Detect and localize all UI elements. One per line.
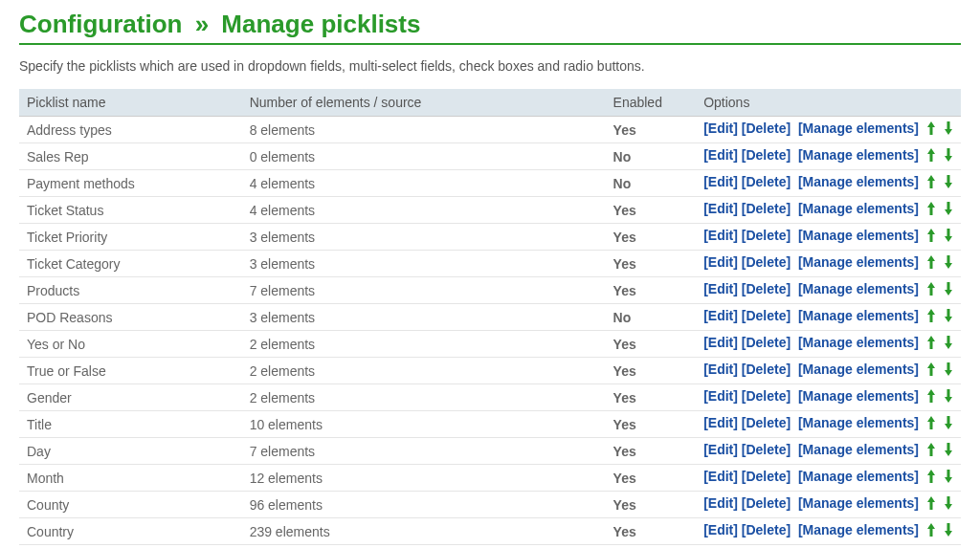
move-up-icon[interactable] bbox=[926, 147, 936, 165]
manage-elements-link[interactable]: [Manage elements] bbox=[798, 228, 919, 243]
move-up-icon[interactable] bbox=[926, 415, 936, 433]
move-up-icon[interactable] bbox=[926, 362, 936, 380]
cell-elements: 4 elements bbox=[242, 197, 606, 224]
edit-link[interactable]: [Edit] bbox=[703, 415, 738, 430]
move-up-icon[interactable] bbox=[926, 522, 936, 540]
page-title: Configuration » Manage picklists bbox=[19, 10, 961, 45]
cell-elements: 9 elements bbox=[242, 545, 606, 549]
delete-link[interactable]: [Delete] bbox=[742, 495, 791, 511]
edit-link[interactable]: [Edit] bbox=[703, 254, 738, 270]
edit-link[interactable]: [Edit] bbox=[703, 201, 738, 216]
delete-link[interactable]: [Delete] bbox=[742, 442, 791, 457]
cell-options: [Edit] [Delete] [Manage elements] bbox=[696, 438, 961, 465]
delete-link[interactable]: [Delete] bbox=[742, 174, 791, 189]
cell-elements: 3 elements bbox=[242, 224, 606, 251]
move-up-icon[interactable] bbox=[926, 469, 936, 487]
move-down-icon[interactable] bbox=[944, 228, 953, 246]
move-down-icon[interactable] bbox=[944, 415, 953, 433]
delete-link[interactable]: [Delete] bbox=[742, 388, 791, 404]
edit-link[interactable]: [Edit] bbox=[703, 469, 738, 484]
move-down-icon[interactable] bbox=[944, 335, 953, 353]
manage-elements-link[interactable]: [Manage elements] bbox=[798, 469, 919, 484]
manage-elements-link[interactable]: [Manage elements] bbox=[798, 254, 919, 270]
move-down-icon[interactable] bbox=[944, 522, 953, 540]
cell-name: Payment methods bbox=[19, 170, 242, 197]
manage-elements-link[interactable]: [Manage elements] bbox=[798, 495, 919, 511]
edit-link[interactable]: [Edit] bbox=[703, 335, 738, 350]
delete-link[interactable]: [Delete] bbox=[742, 362, 791, 377]
cell-name: Ticket Category bbox=[19, 251, 242, 277]
edit-link[interactable]: [Edit] bbox=[703, 388, 738, 404]
edit-link[interactable]: [Edit] bbox=[703, 121, 738, 136]
move-up-icon[interactable] bbox=[926, 254, 936, 273]
cell-options: [Edit] [Delete] [Manage elements] bbox=[696, 465, 961, 492]
manage-elements-link[interactable]: [Manage elements] bbox=[798, 335, 919, 350]
move-down-icon[interactable] bbox=[944, 388, 953, 406]
move-down-icon[interactable] bbox=[944, 362, 953, 380]
cell-options: [Edit] [Delete] [Manage elements] bbox=[696, 251, 961, 277]
breadcrumb-configuration[interactable]: Configuration bbox=[19, 10, 182, 38]
edit-link[interactable]: [Edit] bbox=[703, 308, 738, 323]
move-down-icon[interactable] bbox=[944, 281, 953, 299]
delete-link[interactable]: [Delete] bbox=[742, 469, 791, 484]
move-up-icon[interactable] bbox=[926, 308, 936, 326]
edit-link[interactable]: [Edit] bbox=[703, 147, 738, 163]
move-up-icon[interactable] bbox=[926, 201, 936, 219]
manage-elements-link[interactable]: [Manage elements] bbox=[798, 121, 919, 136]
move-down-icon[interactable] bbox=[944, 254, 953, 273]
move-up-icon[interactable] bbox=[926, 281, 936, 299]
manage-elements-link[interactable]: [Manage elements] bbox=[798, 281, 919, 296]
move-up-icon[interactable] bbox=[926, 442, 936, 460]
cell-enabled: Yes bbox=[606, 277, 697, 304]
delete-link[interactable]: [Delete] bbox=[742, 228, 791, 243]
cell-name: True or False bbox=[19, 358, 242, 384]
cell-enabled: Yes bbox=[606, 545, 697, 549]
delete-link[interactable]: [Delete] bbox=[742, 121, 791, 136]
delete-link[interactable]: [Delete] bbox=[742, 415, 791, 430]
move-down-icon[interactable] bbox=[944, 308, 953, 326]
move-down-icon[interactable] bbox=[944, 442, 953, 460]
manage-elements-link[interactable]: [Manage elements] bbox=[798, 201, 919, 216]
move-down-icon[interactable] bbox=[944, 174, 953, 192]
manage-elements-link[interactable]: [Manage elements] bbox=[798, 362, 919, 377]
delete-link[interactable]: [Delete] bbox=[742, 308, 791, 323]
cell-elements: 7 elements bbox=[242, 438, 606, 465]
delete-link[interactable]: [Delete] bbox=[742, 201, 791, 216]
move-down-icon[interactable] bbox=[944, 495, 953, 514]
manage-elements-link[interactable]: [Manage elements] bbox=[798, 174, 919, 189]
edit-link[interactable]: [Edit] bbox=[703, 174, 738, 189]
delete-link[interactable]: [Delete] bbox=[742, 281, 791, 296]
manage-elements-link[interactable]: [Manage elements] bbox=[798, 388, 919, 404]
delete-link[interactable]: [Delete] bbox=[742, 335, 791, 350]
edit-link[interactable]: [Edit] bbox=[703, 442, 738, 457]
table-row: Title10 elementsYes[Edit] [Delete] [Mana… bbox=[19, 411, 961, 438]
move-down-icon[interactable] bbox=[944, 121, 953, 139]
manage-elements-link[interactable]: [Manage elements] bbox=[798, 522, 919, 537]
cell-enabled: Yes bbox=[606, 358, 697, 384]
cell-enabled: No bbox=[606, 304, 697, 331]
move-up-icon[interactable] bbox=[926, 228, 936, 246]
breadcrumb-manage-picklists: Manage picklists bbox=[221, 10, 420, 38]
delete-link[interactable]: [Delete] bbox=[742, 522, 791, 537]
move-up-icon[interactable] bbox=[926, 121, 936, 139]
manage-elements-link[interactable]: [Manage elements] bbox=[798, 442, 919, 457]
cell-name: Day bbox=[19, 438, 242, 465]
move-up-icon[interactable] bbox=[926, 335, 936, 353]
delete-link[interactable]: [Delete] bbox=[742, 147, 791, 163]
move-up-icon[interactable] bbox=[926, 174, 936, 192]
edit-link[interactable]: [Edit] bbox=[703, 228, 738, 243]
manage-elements-link[interactable]: [Manage elements] bbox=[798, 147, 919, 163]
move-down-icon[interactable] bbox=[944, 147, 953, 165]
move-up-icon[interactable] bbox=[926, 388, 936, 406]
move-down-icon[interactable] bbox=[944, 201, 953, 219]
cell-options: [Edit] [Delete] [Manage elements] bbox=[696, 358, 961, 384]
edit-link[interactable]: [Edit] bbox=[703, 495, 738, 511]
edit-link[interactable]: [Edit] bbox=[703, 362, 738, 377]
manage-elements-link[interactable]: [Manage elements] bbox=[798, 415, 919, 430]
delete-link[interactable]: [Delete] bbox=[742, 254, 791, 270]
edit-link[interactable]: [Edit] bbox=[703, 522, 738, 537]
move-down-icon[interactable] bbox=[944, 469, 953, 487]
move-up-icon[interactable] bbox=[926, 495, 936, 514]
edit-link[interactable]: [Edit] bbox=[703, 281, 738, 296]
manage-elements-link[interactable]: [Manage elements] bbox=[798, 308, 919, 323]
